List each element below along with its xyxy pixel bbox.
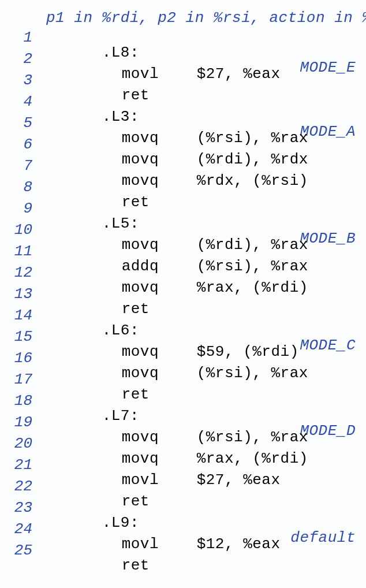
line-number: 15 — [5, 329, 46, 344]
assembly-listing: p1 in %rdi, p2 in %rsi, action in %edx 1… — [0, 0, 366, 588]
code-line: 18 .L7: MODE_D — [5, 393, 356, 415]
line-number: 24 — [5, 522, 46, 537]
line-number: 6 — [5, 137, 46, 152]
code-line: 20 movq%rax, (%rdi) — [5, 436, 356, 457]
code-cell: ret — [46, 543, 356, 588]
line-number: 20 — [5, 436, 46, 451]
asm-mnemonic: ret — [122, 558, 197, 573]
code-line: 10 movq(%rdi), %rax — [5, 222, 356, 244]
code-line: 22 ret — [5, 479, 356, 500]
code-line: 9 .L5: MODE_B — [5, 201, 356, 222]
line-number: 2 — [5, 51, 46, 66]
code-line: 2 movl$27, %eax — [5, 51, 356, 73]
line-number: 18 — [5, 393, 46, 408]
line-number: 3 — [5, 73, 46, 88]
code-line: 4 .L3: MODE_A — [5, 94, 356, 116]
code-line: 19 movq(%rsi), %rax — [5, 415, 356, 436]
code-line: 13 ret — [5, 286, 356, 308]
code-line: 15 movq$59, (%rdi) — [5, 329, 356, 351]
code-line: 23 .L9: default — [5, 500, 356, 522]
code-line: 8 ret — [5, 180, 356, 201]
code-line: 14 .L6: MODE_C — [5, 308, 356, 329]
line-number: 13 — [5, 286, 46, 302]
line-number: 11 — [5, 244, 46, 259]
code-line: 17 ret — [5, 372, 356, 393]
line-number: 25 — [5, 543, 46, 558]
line-number: 17 — [5, 372, 46, 387]
code-line: 6 movq(%rdi), %rdx — [5, 137, 356, 158]
line-number: 12 — [5, 265, 46, 280]
line-number: 19 — [5, 415, 46, 430]
line-number: 9 — [5, 201, 46, 216]
code-line: 7 movq%rdx, (%rsi) — [5, 158, 356, 180]
code-line: 25 ret — [5, 543, 356, 564]
line-number: 10 — [5, 222, 46, 237]
code-line: 1 .L8: MODE_E — [5, 30, 356, 51]
line-number: 7 — [5, 158, 46, 173]
line-number: 23 — [5, 500, 46, 515]
line-number: 5 — [5, 116, 46, 131]
line-number: 16 — [5, 351, 46, 366]
top-comment: p1 in %rdi, p2 in %rsi, action in %edx — [5, 10, 356, 25]
line-number: 8 — [5, 180, 46, 195]
code-line: 11 addq(%rsi), %rax — [5, 244, 356, 265]
line-number: 14 — [5, 308, 46, 323]
code-line: 5 movq(%rsi), %rax — [5, 116, 356, 137]
line-number: 21 — [5, 457, 46, 472]
code-line: 24 movl$12, %eax — [5, 522, 356, 543]
code-line: 3 ret — [5, 73, 356, 94]
code-line: 16 movq(%rsi), %rax — [5, 351, 356, 372]
line-number: 4 — [5, 94, 46, 109]
line-number: 1 — [5, 30, 46, 45]
code-line: 21 movl$27, %eax — [5, 457, 356, 479]
line-number: 22 — [5, 479, 46, 494]
code-line: 12 movq%rax, (%rdi) — [5, 265, 356, 286]
